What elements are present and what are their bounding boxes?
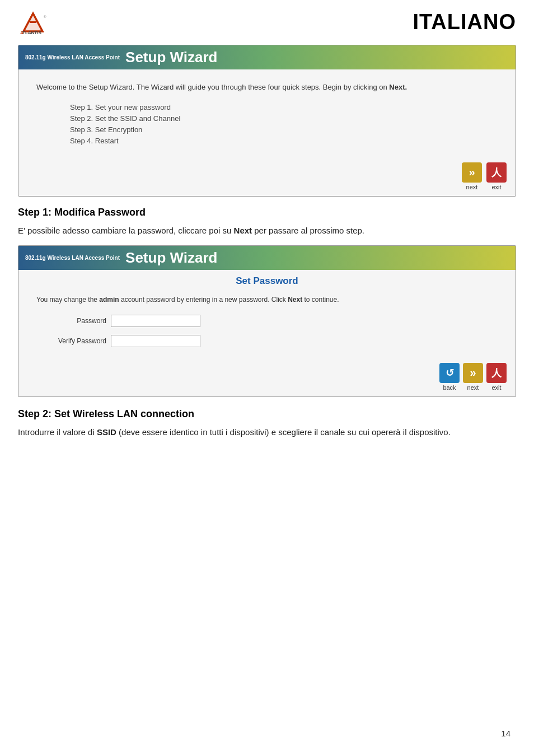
- verify-password-row: Verify Password: [48, 335, 498, 347]
- language-label: ITALIANO: [413, 10, 516, 34]
- next-button-1[interactable]: » next: [462, 162, 482, 190]
- password-wizard-box: 802.11g Wireless LAN Access Point Setup …: [18, 245, 516, 397]
- exit-icon-1: 人: [486, 162, 507, 183]
- password-row: Password: [48, 315, 498, 327]
- next-icon-1: »: [462, 162, 482, 183]
- step2-title: Step 2: Set Wireless LAN connection: [18, 408, 516, 420]
- wizard-step-4: Step 4. Restart: [70, 137, 498, 145]
- svg-rect-2: [30, 21, 36, 23]
- password-form: Password Verify Password: [36, 315, 498, 347]
- password-label: Password: [48, 317, 106, 325]
- step1-title: Step 1: Modifica Password: [18, 207, 516, 218]
- wizard-body-1: Welcome to the Setup Wizard. The Wizard …: [18, 69, 516, 157]
- exit-button-2[interactable]: 人 exit: [486, 363, 507, 391]
- svg-text:®: ®: [44, 15, 46, 18]
- password-wizard-footer: ↺ back » next 人 exit: [18, 356, 516, 396]
- wizard-header-small-2: 802.11g Wireless LAN Access Point: [25, 255, 120, 261]
- back-icon: ↺: [439, 363, 460, 383]
- logo-svg: TLANTIS A ® AND: [18, 10, 48, 35]
- step1-section: Step 1: Modifica Password E' possibile a…: [0, 197, 534, 237]
- next-label-1: next: [466, 184, 478, 190]
- wizard-footer-1: » next 人 exit: [18, 157, 516, 196]
- exit-label-1: exit: [491, 184, 501, 190]
- verify-password-input[interactable]: [111, 335, 200, 347]
- set-password-title: Set Password: [36, 276, 498, 287]
- wizard-step-3: Step 3. Set Encryption: [70, 125, 498, 134]
- back-label: back: [443, 384, 456, 391]
- wizard-header-title-1: Setup Wizard: [125, 49, 217, 66]
- exit-icon-2: 人: [486, 363, 507, 383]
- step2-section: Step 2: Set Wireless LAN connection Intr…: [0, 397, 534, 439]
- password-wizard-body: Set Password You may change the admin ac…: [18, 270, 516, 356]
- next-button-2[interactable]: » next: [463, 363, 483, 391]
- next-label-2: next: [467, 384, 479, 391]
- step2-description: Introdurre il valore di SSID (deve esser…: [18, 426, 516, 439]
- back-button[interactable]: ↺ back: [439, 363, 460, 391]
- setup-wizard-box-1: 802.11g Wireless LAN Access Point Setup …: [18, 45, 516, 197]
- page-header: TLANTIS A ® AND ITALIANO: [0, 0, 534, 35]
- password-description: You may change the admin account passwor…: [36, 295, 498, 305]
- wizard-header-1: 802.11g Wireless LAN Access Point Setup …: [18, 45, 516, 69]
- wizard-step-2: Step 2. Set the SSID and Channel: [70, 114, 498, 123]
- wizard-steps-list: Step 1. Set your new password Step 2. Se…: [36, 103, 498, 145]
- exit-label-2: exit: [491, 384, 501, 391]
- next-icon-2: »: [463, 363, 483, 383]
- wizard-header-small-1: 802.11g Wireless LAN Access Point: [25, 54, 120, 60]
- svg-text:A: A: [20, 30, 24, 35]
- page-number: 14: [501, 729, 510, 738]
- atlantis-logo: TLANTIS A ® AND: [18, 10, 48, 35]
- wizard-header-title-2: Setup Wizard: [125, 249, 217, 267]
- wizard-header-2: 802.11g Wireless LAN Access Point Setup …: [18, 246, 516, 270]
- exit-button-1[interactable]: 人 exit: [486, 162, 507, 190]
- password-input[interactable]: [111, 315, 200, 327]
- wizard-welcome-text: Welcome to the Setup Wizard. The Wizard …: [36, 82, 498, 93]
- wizard-step-1: Step 1. Set your new password: [70, 103, 498, 111]
- verify-password-label: Verify Password: [48, 337, 106, 345]
- step1-description: E' possibile adesso cambiare la password…: [18, 224, 516, 237]
- svg-text:TLANTIS: TLANTIS: [22, 30, 41, 35]
